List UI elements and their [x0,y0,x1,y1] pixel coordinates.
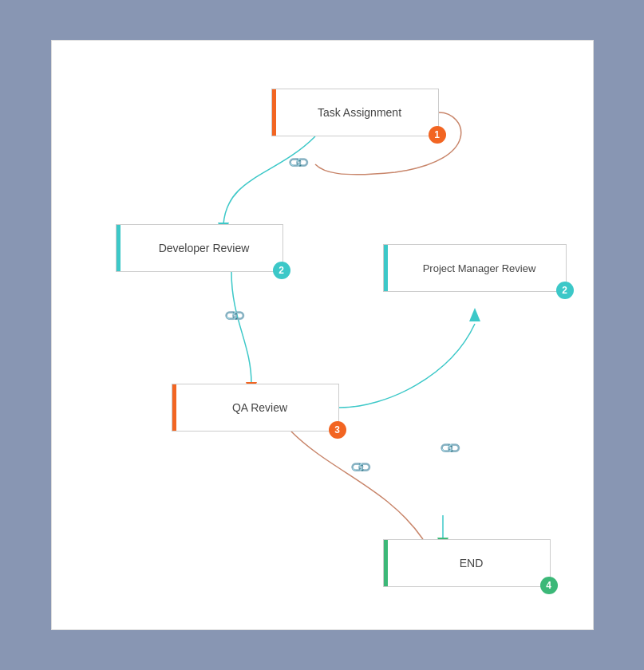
task-assignment-node[interactable]: Task Assignment 1 [271,89,439,136]
task-assignment-label: Task Assignment [318,106,401,119]
end-node[interactable]: END 4 [383,539,551,587]
end-label: END [460,557,484,570]
developer-review-node[interactable]: Developer Review 2 [116,224,283,272]
svg-marker-2 [469,308,480,321]
link-icon-1[interactable]: 🔗 [286,150,310,175]
end-badge: 4 [540,577,558,594]
project-manager-review-label: Project Manager Review [423,262,536,274]
project-manager-review-badge: 2 [556,282,574,299]
qa-review-node[interactable]: QA Review 3 [172,384,339,432]
developer-review-label: Developer Review [159,242,250,254]
link-icon-2[interactable]: 🔗 [222,303,247,328]
qa-review-label: QA Review [232,401,287,414]
link-icon-4[interactable]: 🔗 [348,455,373,479]
task-assignment-badge: 1 [429,126,446,144]
qa-review-badge: 3 [329,421,346,439]
project-manager-review-node[interactable]: Project Manager Review 2 [383,244,567,292]
workflow-canvas: Task Assignment 1 Developer Review 2 Pro… [51,40,594,630]
developer-review-badge: 2 [273,262,290,279]
link-icon-3[interactable]: 🔗 [437,436,462,460]
